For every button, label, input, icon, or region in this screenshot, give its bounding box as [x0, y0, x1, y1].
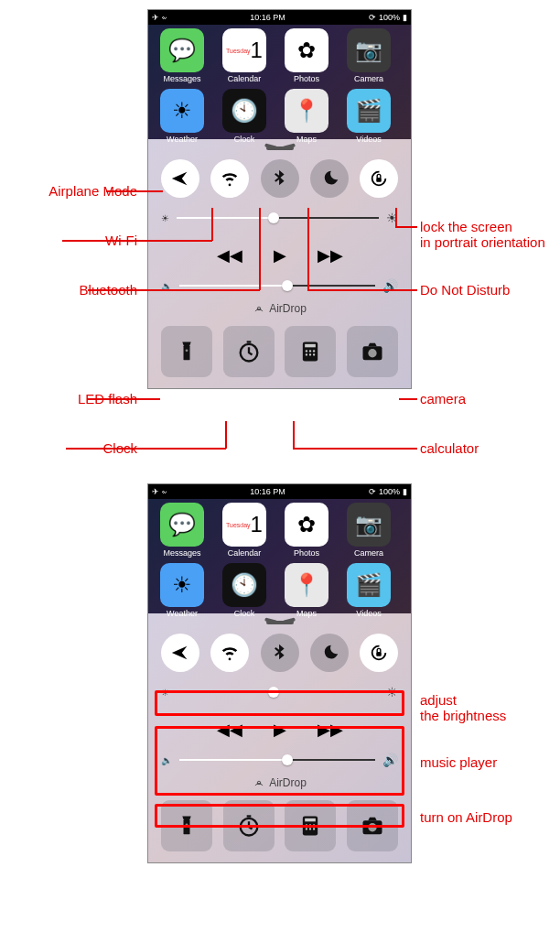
app-label: Photos [294, 548, 319, 558]
flashlight-shortcut[interactable] [161, 326, 212, 377]
app-label: Weather [167, 609, 198, 618]
app-label: Clock [234, 135, 255, 144]
app-clock[interactable]: 🕙Clock [216, 563, 273, 618]
airplane-toggle[interactable] [161, 634, 199, 672]
dnd-toggle[interactable] [310, 159, 349, 198]
grabber-handle[interactable] [266, 621, 294, 624]
highlight-music [155, 726, 404, 796]
camera-shortcut[interactable] [347, 326, 398, 377]
bluetooth-toggle[interactable] [261, 159, 299, 198]
wifi-toggle[interactable] [210, 634, 249, 672]
app-maps[interactable]: 📍Maps [278, 89, 335, 144]
wifi-status-icon: ⧜ [162, 487, 167, 496]
app-icon: Tuesday1 [222, 28, 266, 72]
app-messages[interactable]: 💬Messages [154, 503, 210, 558]
app-label: Weather [167, 135, 198, 144]
app-label: Maps [296, 609, 317, 618]
app-weather[interactable]: ☀Weather [154, 563, 210, 618]
app-icon: ☀ [160, 563, 204, 607]
callout-music: music player [420, 754, 548, 770]
app-icon: 🎬 [347, 89, 391, 133]
status-battery: 100% [379, 13, 400, 22]
app-messages[interactable]: 💬Messages [154, 28, 210, 83]
app-icon: Tuesday1 [222, 503, 266, 547]
wifi-status-icon: ⧜ [162, 13, 167, 22]
airdrop-button[interactable]: AirDrop [161, 302, 398, 315]
highlight-airdrop [155, 804, 404, 828]
app-icon: 📷 [347, 503, 391, 547]
airdrop-label: AirDrop [269, 302, 307, 315]
callout-calculator: calculator [420, 440, 512, 456]
app-photos[interactable]: ✿Photos [278, 28, 335, 83]
airplane-status-icon: ✈ [152, 13, 159, 22]
rotation-lock-toggle[interactable] [360, 634, 398, 672]
dnd-toggle[interactable] [310, 634, 349, 672]
app-label: Calendar [228, 74, 262, 83]
brightness-low-icon: ☀ [161, 213, 169, 223]
toggle-row [161, 159, 398, 198]
app-icon: 💬 [160, 503, 204, 547]
app-icon: 💬 [160, 28, 204, 72]
app-label: Camera [354, 548, 383, 558]
callout-dnd: Do Not Disturb [420, 282, 548, 298]
status-time: 10:16 PM [250, 487, 285, 496]
status-bar: ✈⧜ 10:16 PM ⟳100%▮ [148, 10, 411, 25]
app-icon: ✿ [285, 28, 328, 72]
callout-brightness: adjust the brightness [420, 692, 548, 724]
app-label: Clock [234, 609, 255, 618]
media-controls: ◀◀ ▶ ▶▶ [161, 245, 398, 266]
app-icon: ✿ [285, 503, 328, 547]
status-time: 10:16 PM [250, 13, 285, 22]
play-button[interactable]: ▶ [274, 245, 286, 266]
app-label: Messages [163, 548, 200, 558]
airplane-status-icon: ✈ [152, 487, 159, 496]
home-screen: 💬MessagesTuesday1Calendar✿Photos📷Camera☀… [148, 25, 411, 139]
grabber-handle[interactable] [266, 146, 294, 150]
app-icon: 🎬 [347, 563, 391, 607]
battery-icon: ▮ [403, 487, 407, 496]
calculator-shortcut[interactable] [285, 326, 336, 377]
app-label: Videos [356, 609, 381, 618]
highlight-brightness [155, 690, 404, 716]
app-icon: 📍 [285, 89, 328, 133]
app-clock[interactable]: 🕙Clock [216, 89, 273, 144]
app-camera[interactable]: 📷Camera [340, 28, 397, 83]
app-videos[interactable]: 🎬Videos [340, 89, 397, 144]
status-bar: ✈⧜ 10:16 PM ⟳100%▮ [148, 484, 411, 499]
app-photos[interactable]: ✿Photos [278, 503, 335, 558]
callout-airdrop: turn on AirDrop [420, 809, 548, 825]
rewind-button[interactable]: ◀◀ [217, 245, 242, 266]
bluetooth-toggle[interactable] [261, 634, 299, 672]
app-calendar[interactable]: Tuesday1Calendar [216, 28, 273, 83]
app-videos[interactable]: 🎬Videos [340, 563, 397, 618]
app-label: Camera [354, 74, 383, 83]
rotation-lock-status-icon: ⟳ [369, 13, 376, 22]
callout-camera: camera [420, 391, 512, 406]
brightness-slider[interactable]: ☀ ☀ [161, 211, 398, 225]
toggle-row [161, 634, 398, 672]
rotation-lock-toggle[interactable] [360, 159, 398, 198]
app-icon: 🕙 [222, 563, 266, 607]
rotation-lock-status-icon: ⟳ [369, 487, 376, 496]
app-icon: ☀ [160, 89, 204, 133]
app-icon: 📷 [347, 28, 391, 72]
app-label: Videos [356, 135, 381, 144]
app-maps[interactable]: 📍Maps [278, 563, 335, 618]
app-label: Messages [163, 74, 200, 83]
battery-icon: ▮ [403, 13, 407, 22]
app-icon: 🕙 [222, 89, 266, 133]
callout-rotation-lock: lock the screen in portrait orientation [420, 219, 557, 251]
home-screen: 💬MessagesTuesday1Calendar✿Photos📷Camera☀… [148, 499, 411, 613]
app-icon: 📍 [285, 563, 328, 607]
app-label: Photos [294, 74, 319, 83]
wifi-toggle[interactable] [210, 159, 249, 198]
app-calendar[interactable]: Tuesday1Calendar [216, 503, 273, 558]
airplane-toggle[interactable] [161, 159, 199, 198]
forward-button[interactable]: ▶▶ [318, 245, 343, 266]
app-weather[interactable]: ☀Weather [154, 89, 210, 144]
app-camera[interactable]: 📷Camera [340, 503, 397, 558]
phone-screenshot-1: ✈⧜ 10:16 PM ⟳100%▮ 💬MessagesTuesday1Cale… [147, 9, 412, 389]
clock-shortcut[interactable] [223, 326, 275, 377]
app-label: Maps [296, 135, 317, 144]
status-battery: 100% [379, 487, 400, 496]
